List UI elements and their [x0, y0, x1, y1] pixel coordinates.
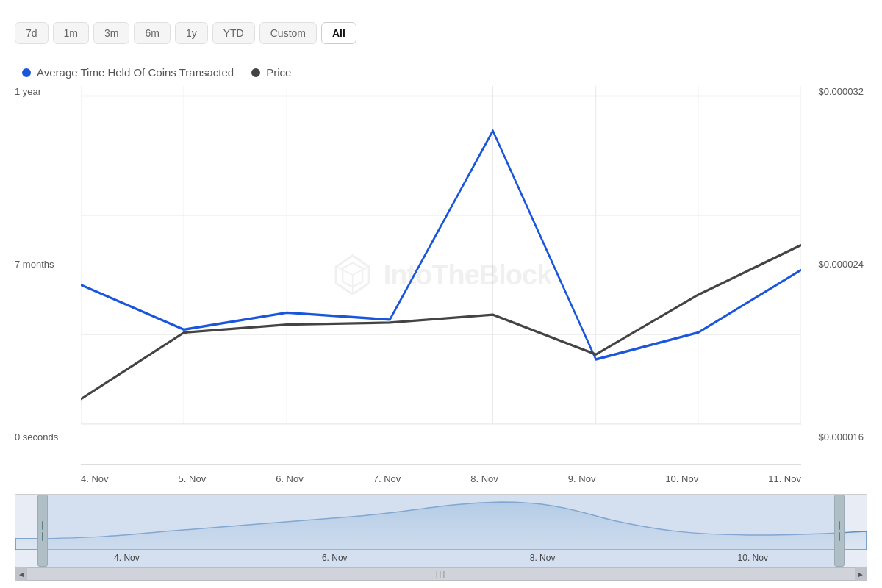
scroll-track[interactable]: ||| [27, 568, 855, 580]
x-axis: 4. Nov5. Nov6. Nov7. Nov8. Nov9. Nov10. … [81, 473, 801, 484]
scroll-thumb: ||| [436, 570, 447, 578]
nav-handle-lines-left [42, 521, 43, 541]
y-axis-right-label-1: $0.000024 [801, 259, 864, 270]
filter-btn-7d[interactable]: 7d [15, 22, 49, 44]
filter-btn-all[interactable]: All [321, 22, 356, 44]
scroll-left-arrow[interactable]: ◄ [15, 567, 27, 581]
x-axis-label-1: 5. Nov [179, 473, 207, 484]
nav-handle-line [42, 532, 43, 541]
y-axis-right-label-0: $0.000032 [801, 86, 864, 97]
x-axis-label-5: 9. Nov [568, 473, 596, 484]
filter-row: 7d1m3m6m1yYTDCustomAll [15, 15, 867, 51]
navigator-label-0: 4. Nov [114, 553, 140, 563]
x-axis-label-3: 7. Nov [373, 473, 401, 484]
y-axis-left-label-0: 1 year [15, 86, 81, 97]
navigator-label-1: 6. Nov [322, 553, 348, 563]
y-axis-left-label-2: 0 seconds [15, 431, 81, 442]
scroll-right-arrow[interactable]: ► [855, 567, 867, 581]
filter-btn-6m[interactable]: 6m [134, 22, 170, 44]
nav-handle-line [42, 521, 43, 530]
y-axis-left-label-1: 7 months [15, 259, 81, 270]
filter-btn-1m[interactable]: 1m [53, 22, 89, 44]
legend-series2: Price [251, 66, 291, 79]
chart-svg [81, 86, 801, 464]
nav-handle-lines-right [839, 521, 840, 541]
x-axis-label-4: 8. Nov [470, 473, 498, 484]
navigator-labels: 4. Nov6. Nov8. Nov10. Nov [15, 553, 867, 563]
navigator-right-handle[interactable] [834, 495, 845, 567]
nav-handle-line [839, 521, 840, 530]
x-axis-label-2: 6. Nov [276, 473, 304, 484]
filter-btn-3m[interactable]: 3m [93, 22, 129, 44]
navigator[interactable]: 4. Nov6. Nov8. Nov10. Nov [15, 494, 867, 567]
y-axis-right-label-2: $0.000016 [801, 431, 864, 442]
filter-btn-custom[interactable]: Custom [259, 22, 317, 44]
filter-btn-ytd[interactable]: YTD [212, 22, 255, 44]
scrollbar[interactable]: ◄ ||| ► [15, 567, 867, 581]
navigator-inner: 4. Nov6. Nov8. Nov10. Nov [15, 495, 867, 567]
legend-dot-dark [251, 68, 260, 77]
legend-label-series1: Average Time Held Of Coins Transacted [37, 66, 234, 79]
legend-series1: Average Time Held Of Coins Transacted [22, 66, 234, 79]
legend: Average Time Held Of Coins Transacted Pr… [15, 66, 867, 79]
filter-btn-1y[interactable]: 1y [175, 22, 208, 44]
main-container: 7d1m3m6m1yYTDCustomAll Average Time Held… [0, 0, 882, 588]
chart-wrapper: 1 year7 months0 seconds IntoTheBlock [15, 86, 867, 465]
y-axis-right: $0.000032$0.000024$0.000016 [801, 86, 867, 465]
y-axis-left: 1 year7 months0 seconds [15, 86, 81, 465]
navigator-left-handle[interactable] [37, 495, 48, 567]
x-axis-label-0: 4. Nov [81, 473, 109, 484]
nav-handle-line [839, 532, 840, 541]
navigator-label-3: 10. Nov [738, 553, 768, 563]
x-axis-label-7: 11. Nov [768, 473, 801, 484]
chart-main: IntoTheBlock [81, 86, 801, 465]
x-axis-label-6: 10. Nov [665, 473, 698, 484]
legend-label-series2: Price [266, 66, 291, 79]
navigator-label-2: 8. Nov [530, 553, 556, 563]
legend-dot-blue [22, 68, 31, 77]
